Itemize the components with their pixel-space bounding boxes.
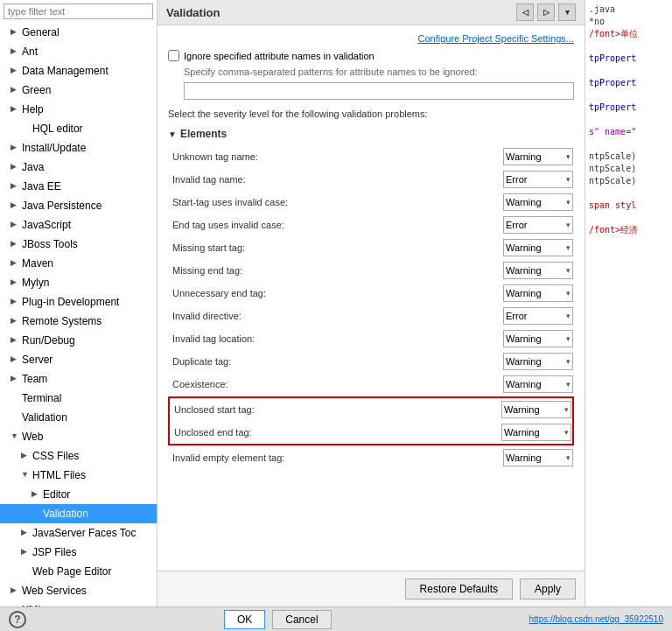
sidebar-label-run-debug: Run/Debug: [22, 333, 75, 348]
sidebar-arrow-install-update: ▶: [10, 142, 19, 154]
sidebar-item-java-ee[interactable]: ▶Java EE: [0, 177, 157, 196]
severity-dropdown-9[interactable]: Warning▾: [503, 353, 573, 370]
severity-dropdown-5[interactable]: Warning▾: [503, 262, 573, 279]
content-body: Configure Project Specific Settings... I…: [158, 25, 584, 476]
sidebar-item-validation-sub[interactable]: Validation: [0, 504, 157, 523]
sidebar-item-java[interactable]: ▶Java: [0, 158, 157, 177]
status-url[interactable]: https://blog.csdn.net/qq_35922510: [529, 614, 663, 624]
severity-dropdown-10[interactable]: Warning▾: [503, 375, 573, 393]
validation-row-9: Duplicate tag:Warning▾: [168, 350, 574, 373]
back-icon-btn[interactable]: ◁: [516, 4, 534, 21]
validation-row-8: Invalid tag location:Warning▾: [168, 327, 574, 350]
sidebar-item-general[interactable]: ▶General: [0, 23, 157, 42]
severity-dropdown-3[interactable]: Error▾: [503, 216, 573, 234]
code-line-10: s" name=": [589, 126, 668, 138]
severity-value-5: Warning: [506, 265, 542, 276]
content-footer: Restore Defaults Apply: [158, 571, 584, 606]
severity-value-7: Error: [506, 311, 527, 321]
sidebar-item-html-files[interactable]: ▼HTML Files: [0, 466, 157, 485]
sidebar-item-mylyn[interactable]: ▶Mylyn: [0, 273, 157, 292]
restore-defaults-button[interactable]: Restore Defaults: [405, 578, 513, 599]
sidebar-item-web[interactable]: ▼Web: [0, 427, 157, 446]
sidebar-item-jboss-tools[interactable]: ▶JBoss Tools: [0, 235, 157, 254]
attribute-patterns-input[interactable]: [184, 82, 574, 100]
sidebar-item-team[interactable]: ▶Team: [0, 369, 157, 389]
elements-section-arrow[interactable]: ▼: [168, 130, 177, 139]
sidebar-label-data-management: Data Management: [22, 63, 108, 79]
apply-button[interactable]: Apply: [520, 578, 576, 599]
sidebar-item-editor[interactable]: ▶Editor: [0, 485, 157, 504]
sidebar-filter-input[interactable]: [4, 4, 153, 19]
severity-dropdown-1[interactable]: Error▾: [503, 171, 573, 188]
severity-arrow-9: ▾: [566, 357, 570, 366]
ignore-attributes-row: Ignore specified attribute names in vali…: [168, 50, 574, 61]
sidebar-arrow-general: ▶: [10, 26, 19, 39]
sidebar-item-jsp-files[interactable]: ▶JSP Files: [0, 543, 157, 562]
severity-dropdown-0[interactable]: Warning▾: [503, 148, 573, 165]
sidebar-item-web-services[interactable]: ▶Web Services: [0, 581, 157, 600]
sidebar-arrow-java-persistence: ▶: [10, 200, 19, 212]
sidebar-item-javascript[interactable]: ▶JavaScript: [0, 215, 157, 235]
content-header: Validation ◁ ▷ ▾: [158, 0, 584, 25]
sidebar-label-remote-systems: Remote Systems: [22, 313, 102, 329]
panel-title: Validation: [166, 6, 220, 19]
sidebar-item-data-management[interactable]: ▶Data Management: [0, 61, 157, 81]
severity-dropdown-4[interactable]: Warning▾: [503, 239, 573, 256]
severity-value-11: Warning: [504, 404, 540, 415]
severity-value-9: Warning: [506, 356, 542, 367]
validation-row-label-13: Invalid empty element tag:: [169, 451, 503, 465]
sidebar-item-hql-editor[interactable]: HQL editor: [0, 119, 157, 138]
sidebar-item-terminal[interactable]: Terminal: [0, 389, 157, 408]
code-line-1: *no: [589, 16, 668, 28]
highlighted-rows-group: Unclosed start tag:Warning▾Unclosed end …: [168, 396, 574, 445]
sidebar-item-java-persistence[interactable]: ▶Java Persistence: [0, 196, 157, 215]
validation-row-label-5: Missing end tag:: [169, 263, 503, 277]
help-icon[interactable]: ?: [9, 611, 26, 628]
severity-arrow-13: ▾: [566, 453, 570, 462]
severity-dropdown-2[interactable]: Warning▾: [503, 193, 573, 211]
severity-dropdown-12[interactable]: Warning▾: [501, 424, 571, 441]
severity-value-8: Warning: [506, 333, 542, 344]
cancel-button[interactable]: Cancel: [272, 610, 331, 629]
sidebar-label-general: General: [22, 25, 60, 40]
sidebar-item-javaserver-faces[interactable]: ▶JavaServer Faces Toc: [0, 523, 157, 543]
sidebar-label-green: Green: [22, 82, 51, 98]
sidebar-item-run-debug[interactable]: ▶Run/Debug: [0, 331, 157, 350]
severity-dropdown-6[interactable]: Warning▾: [503, 284, 573, 302]
severity-dropdown-8[interactable]: Warning▾: [503, 330, 573, 347]
severity-dropdown-13[interactable]: Warning▾: [503, 449, 573, 466]
sidebar-item-ant[interactable]: ▶Ant: [0, 42, 157, 61]
sidebar-item-web-page-editor[interactable]: Web Page Editor: [0, 562, 157, 581]
sidebar-item-green[interactable]: ▶Green: [0, 81, 157, 100]
code-line-11: [589, 138, 668, 151]
ok-button[interactable]: OK: [224, 610, 265, 629]
severity-arrow-2: ▾: [566, 198, 570, 207]
sidebar-item-css-files[interactable]: ▶CSS Files: [0, 446, 157, 466]
sidebar-arrow-javascript: ▶: [10, 219, 19, 231]
sidebar-arrow-remote-systems: ▶: [10, 315, 19, 327]
sidebar-item-install-update[interactable]: ▶Install/Update: [0, 138, 157, 158]
severity-dropdown-11[interactable]: Warning▾: [501, 401, 571, 418]
validation-row-label-0: Unknown tag name:: [169, 150, 503, 164]
configure-project-link[interactable]: Configure Project Specific Settings...: [417, 33, 574, 44]
sidebar-item-xml[interactable]: ▶XML: [0, 600, 157, 606]
severity-arrow-5: ▾: [566, 266, 570, 275]
sidebar-label-plugin-development: Plug-in Development: [22, 294, 119, 310]
code-line-6: tpPropert: [589, 77, 668, 89]
sidebar-item-help[interactable]: ▶Help: [0, 100, 157, 119]
sidebar-item-remote-systems[interactable]: ▶Remote Systems: [0, 312, 157, 331]
severity-value-3: Error: [506, 220, 527, 230]
code-line-13: ntpScale): [589, 163, 668, 175]
sidebar-label-server: Server: [22, 352, 52, 368]
ignore-attributes-checkbox[interactable]: [168, 50, 179, 61]
sidebar-item-server[interactable]: ▶Server: [0, 350, 157, 369]
sidebar-item-maven[interactable]: ▶Maven: [0, 254, 157, 273]
menu-icon-btn[interactable]: ▾: [558, 4, 576, 21]
sidebar-item-validation[interactable]: Validation: [0, 408, 157, 427]
sidebar-item-plugin-development[interactable]: ▶Plug-in Development: [0, 292, 157, 312]
validation-row-label-7: Invalid directive:: [169, 309, 503, 323]
severity-dropdown-7[interactable]: Error▾: [503, 307, 573, 325]
sidebar-arrow-run-debug: ▶: [10, 334, 19, 347]
forward-icon-btn[interactable]: ▷: [537, 4, 555, 21]
severity-arrow-12: ▾: [564, 428, 569, 437]
